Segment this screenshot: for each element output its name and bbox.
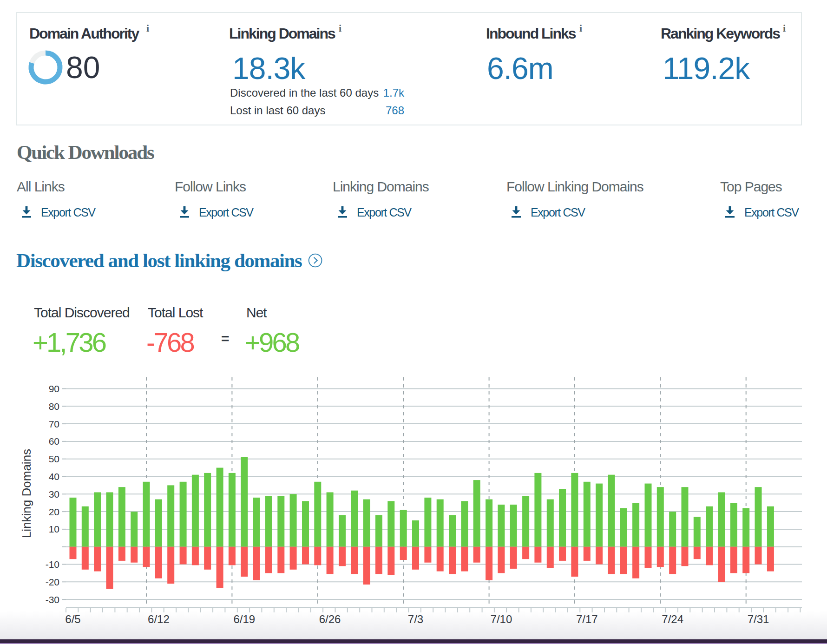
svg-text:70: 70 xyxy=(49,419,59,429)
svg-text:6/19: 6/19 xyxy=(233,613,255,625)
svg-text:40: 40 xyxy=(49,471,59,482)
svg-text:50: 50 xyxy=(49,453,59,464)
svg-text:6/5: 6/5 xyxy=(65,613,80,625)
svg-text:90: 90 xyxy=(49,383,59,394)
svg-text:7/10: 7/10 xyxy=(491,613,512,625)
svg-text:7/17: 7/17 xyxy=(576,613,598,625)
svg-text:7/24: 7/24 xyxy=(662,613,683,625)
svg-text:Linking Domains: Linking Domains xyxy=(20,449,33,538)
svg-text:60: 60 xyxy=(49,436,59,447)
svg-text:-20: -20 xyxy=(46,577,59,587)
svg-text:6/12: 6/12 xyxy=(148,613,170,625)
svg-text:80: 80 xyxy=(49,401,59,412)
svg-text:-30: -30 xyxy=(46,594,59,605)
svg-text:20: 20 xyxy=(49,506,59,517)
svg-text:7/31: 7/31 xyxy=(748,613,769,625)
svg-text:6/26: 6/26 xyxy=(319,613,341,625)
svg-text:10: 10 xyxy=(49,524,59,534)
svg-text:30: 30 xyxy=(49,489,59,499)
svg-text:-10: -10 xyxy=(46,559,59,570)
svg-text:7/3: 7/3 xyxy=(408,613,423,625)
